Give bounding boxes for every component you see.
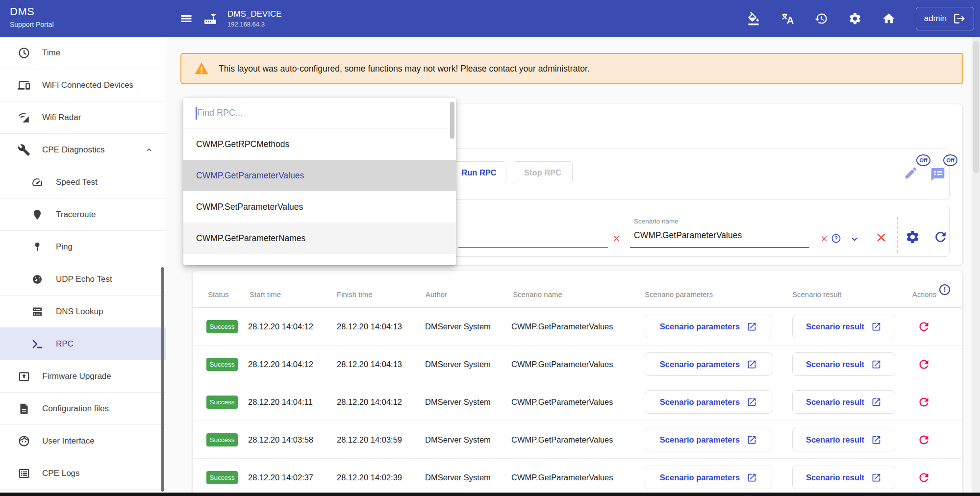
open-in-new-icon <box>871 435 881 445</box>
sidebar-item-udp-echo-test[interactable]: UDP Echo Test <box>0 263 166 296</box>
rerun-scenario-icon[interactable] <box>917 433 930 446</box>
run-rpc-button[interactable]: Run RPC <box>452 161 506 184</box>
wrench-icon <box>18 144 30 156</box>
chevron-down-icon[interactable] <box>849 234 860 245</box>
page-scrollbar[interactable] <box>972 37 980 496</box>
pencil-icon[interactable] <box>904 166 918 180</box>
scenario-result-button[interactable]: Scenario result <box>792 466 895 489</box>
finish-time-cell: 28.12.20 14:03:59 <box>337 421 402 459</box>
rerun-scenario-icon[interactable] <box>917 396 930 409</box>
chevron-up-icon[interactable] <box>144 145 154 155</box>
scenario-settings-icon[interactable] <box>905 229 920 245</box>
scenario-parameters-button[interactable]: Scenario parameters <box>645 390 772 414</box>
sidebar-item-cpe-logs[interactable]: CPE Logs <box>0 457 166 490</box>
clock-icon <box>18 47 30 59</box>
scenario-parameters-button-label: Scenario parameters <box>660 435 740 445</box>
remove-scenario-icon[interactable] <box>875 231 888 244</box>
sidebar-item-label: Time <box>42 48 60 58</box>
format-fill-icon[interactable] <box>747 12 760 25</box>
rerun-scenario-icon[interactable] <box>917 320 930 333</box>
rpc-option-getrpcmethods[interactable]: CWMP.GetRPCMethods <box>183 128 456 160</box>
scenario-result-button-label: Scenario result <box>806 322 864 331</box>
rerun-scenario-icon[interactable] <box>917 471 930 484</box>
terminal-icon <box>31 338 43 350</box>
settings-icon[interactable] <box>848 12 862 25</box>
edit-toggle-off-badge[interactable]: Off <box>916 154 930 166</box>
stop-rpc-button[interactable]: Stop RPC <box>513 161 573 184</box>
finish-time-cell: 28.12.20 14:02:39 <box>337 459 402 496</box>
scenario-result-button[interactable]: Scenario result <box>792 390 895 414</box>
scenario-parameters-button[interactable]: Scenario parameters <box>645 315 772 338</box>
router-icon <box>203 11 218 26</box>
sidebar-item-cpe-diagnostics[interactable]: CPE Diagnostics <box>0 134 166 166</box>
warning-banner: This layout was auto-configured, some fu… <box>180 53 963 84</box>
help-icon[interactable]: ? <box>831 233 841 244</box>
rpc-option-setparametervalues[interactable]: CWMP.SetParameterValues <box>183 191 456 223</box>
sidebar-item-label: Configuration files <box>42 404 109 414</box>
rpc-option-getparameternames[interactable]: CWMP.GetParameterNames <box>183 223 456 254</box>
sidebar-item-speed-test[interactable]: Speed Test <box>0 166 166 198</box>
chat-list-icon[interactable] <box>930 167 946 182</box>
col-status[interactable]: Status <box>208 290 229 298</box>
sidebar-item-label: CPE Logs <box>42 469 80 478</box>
col-finish-time[interactable]: Finish time <box>337 290 373 298</box>
log-toggle-off-badge[interactable]: Off <box>943 154 957 166</box>
sidebar-item-firmware-upgrade[interactable]: Firmware Upgrade <box>0 360 166 393</box>
col-scenario-parameters[interactable]: Scenario parameters <box>645 290 713 298</box>
col-start-time[interactable]: Start time <box>250 290 281 298</box>
scenario-result-button-label: Scenario result <box>806 397 864 407</box>
dropdown-scrollbar[interactable] <box>450 102 454 139</box>
sidebar-item-label: Wifi Radar <box>42 113 81 123</box>
sidebar-item-label: Ping <box>56 242 73 252</box>
table-row: Success 28.12.20 14:03:58 28.12.20 14:03… <box>193 421 962 459</box>
rpc-search-input[interactable] <box>183 98 456 128</box>
sidebar-item-label: Firmware Upgrade <box>42 372 111 381</box>
device-name[interactable]: DMS_DEVICE <box>227 9 282 19</box>
history-icon[interactable] <box>814 12 828 25</box>
sidebar-item-user-interface[interactable]: User Interface <box>0 425 166 457</box>
scenario-result-button[interactable]: Scenario result <box>792 352 895 376</box>
sidebar-item-time[interactable]: Time <box>0 37 166 69</box>
finish-time-cell: 28.12.20 14:04:12 <box>337 383 402 421</box>
scenario-result-button[interactable]: Scenario result <box>792 315 895 338</box>
admin-label: admin <box>924 14 947 24</box>
rpc-field-underline <box>458 247 608 248</box>
refresh-scenarios-icon[interactable] <box>933 229 948 245</box>
scenario-name-value[interactable]: CWMP.GetParameterValues <box>634 230 742 241</box>
sidebar-item-label: CPE Diagnostics <box>42 145 105 155</box>
admin-button[interactable]: admin <box>916 7 974 30</box>
scenario-parameters-button[interactable]: Scenario parameters <box>645 466 772 489</box>
clear-rpc-field-icon[interactable] <box>612 234 621 243</box>
warning-triangle-icon <box>194 61 209 76</box>
scenario-parameters-button[interactable]: Scenario parameters <box>645 352 772 376</box>
col-scenario-result[interactable]: Scenario result <box>792 290 841 298</box>
scenario-name-cell: CWMP.GetParameterValues <box>511 346 613 383</box>
start-time-cell: 28.12.20 14:04:12 <box>248 308 313 346</box>
clear-scenario-icon[interactable] <box>820 234 829 243</box>
col-author[interactable]: Author <box>426 290 447 298</box>
open-in-new-icon <box>747 472 757 483</box>
sidebar-item-label: DNS Lookup <box>56 307 103 317</box>
sidebar-item-rpc[interactable]: RPC <box>0 328 166 360</box>
rpc-option-getparametervalues[interactable]: CWMP.GetParameterValues <box>183 160 456 191</box>
author-cell: DMServer System <box>425 459 491 496</box>
sidebar-item-wifi-connected-devices[interactable]: WiFi Connected Devices <box>0 69 166 101</box>
actions-info-icon[interactable]: ! <box>938 283 951 296</box>
sidebar-item-ping[interactable]: Ping <box>0 231 166 263</box>
col-actions[interactable]: Actions <box>912 290 936 298</box>
sidebar-item-wifi-radar[interactable]: Wifi Radar <box>0 101 166 134</box>
sidebar-item-configuration-files[interactable]: Configuration files <box>0 393 166 425</box>
finish-time-cell: 28.12.20 14:04:13 <box>337 308 402 346</box>
sidebar-item-label: Speed Test <box>56 177 98 187</box>
sidebar-item-dns-lookup[interactable]: DNS Lookup <box>0 296 166 328</box>
home-icon[interactable] <box>882 12 896 25</box>
menu-icon[interactable] <box>179 12 193 25</box>
col-scenario-name[interactable]: Scenario name <box>513 290 562 298</box>
translate-icon[interactable] <box>780 12 794 25</box>
rerun-scenario-icon[interactable] <box>917 358 930 371</box>
scenario-result-button[interactable]: Scenario result <box>792 428 895 451</box>
page-scrollbar-thumb[interactable] <box>973 41 979 173</box>
scenario-parameters-button[interactable]: Scenario parameters <box>645 428 772 451</box>
sidebar-scrollbar[interactable] <box>161 267 164 492</box>
sidebar-item-traceroute[interactable]: Traceroute <box>0 198 166 231</box>
